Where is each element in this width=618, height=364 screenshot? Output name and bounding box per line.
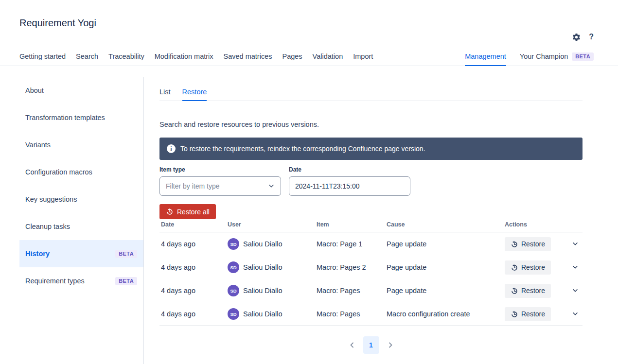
content-tabs: List Restore bbox=[159, 88, 583, 101]
sidebar-item-configuration-macros[interactable]: Configuration macros bbox=[19, 158, 143, 186]
item-type-label: Item type bbox=[159, 166, 281, 173]
sidebar-item-requirement-types[interactable]: Requirement types BETA bbox=[19, 267, 143, 295]
restore-description: Search and restore resources to previous… bbox=[159, 121, 583, 128]
sidebar-item-history[interactable]: History BETA bbox=[19, 240, 143, 267]
restore-button[interactable]: Restore bbox=[505, 237, 551, 251]
info-banner-text: To restore the requirements, reindex the… bbox=[180, 145, 425, 153]
restore-label: Restore bbox=[521, 263, 545, 271]
date-input[interactable] bbox=[289, 176, 410, 196]
sidebar-item-about[interactable]: About bbox=[19, 77, 143, 104]
user-name: Saliou Diallo bbox=[243, 263, 283, 271]
nav-tab-management[interactable]: Management bbox=[465, 52, 506, 66]
cell-cause: Page update bbox=[385, 263, 503, 271]
chevron-down-icon bbox=[268, 183, 275, 190]
sidebar-item-label: About bbox=[25, 87, 44, 94]
avatar: SD bbox=[228, 308, 239, 320]
table-row: 4 days ago SD Saliou Diallo Macro: Pages… bbox=[159, 256, 583, 279]
cell-date: 4 days ago bbox=[159, 310, 226, 318]
user-name: Saliou Diallo bbox=[243, 240, 283, 248]
nav-tab-getting-started[interactable]: Getting started bbox=[19, 52, 66, 66]
tab-restore[interactable]: Restore bbox=[182, 88, 207, 101]
sidebar-item-variants[interactable]: Variants bbox=[19, 131, 143, 158]
page-header: Requirement Yogi ? bbox=[0, 0, 618, 28]
nav-tab-pages[interactable]: Pages bbox=[282, 52, 302, 66]
nav-tab-import[interactable]: Import bbox=[353, 52, 373, 66]
avatar: SD bbox=[228, 285, 239, 296]
restore-all-label: Restore all bbox=[177, 208, 210, 216]
nav-left-group: Getting started Search Traceability Modi… bbox=[19, 52, 373, 66]
cell-user: SD Saliou Diallo bbox=[226, 308, 315, 320]
chevron-left-icon[interactable] bbox=[348, 341, 356, 349]
nav-tab-your-champion[interactable]: Your Champion BETA bbox=[520, 52, 594, 66]
nav-tab-validation[interactable]: Validation bbox=[313, 52, 343, 66]
cell-date: 4 days ago bbox=[159, 287, 226, 295]
table-row: 4 days ago SD Saliou Diallo Macro: Pages… bbox=[159, 279, 583, 302]
cell-user: SD Saliou Diallo bbox=[226, 238, 315, 250]
page-number-button[interactable]: 1 bbox=[363, 336, 379, 354]
restore-label: Restore bbox=[521, 240, 545, 248]
info-banner: i To restore the requirements, reindex t… bbox=[159, 138, 583, 160]
cell-item: Macro: Pages bbox=[315, 287, 385, 295]
history-icon bbox=[511, 311, 518, 318]
restore-button[interactable]: Restore bbox=[505, 284, 551, 298]
sidebar-item-label: Variants bbox=[25, 141, 51, 149]
cell-actions: Restore bbox=[503, 307, 583, 321]
sidebar-item-key-suggestions[interactable]: Key suggestions bbox=[19, 186, 143, 213]
nav-tab-saved-matrices[interactable]: Saved matrices bbox=[224, 52, 272, 66]
restore-label: Restore bbox=[521, 287, 545, 295]
beta-badge: BETA bbox=[572, 52, 594, 61]
cell-cause: Page update bbox=[385, 240, 503, 248]
sidebar-item-cleanup-tasks[interactable]: Cleanup tasks bbox=[19, 213, 143, 240]
beta-badge: BETA bbox=[115, 250, 137, 258]
sidebar-item-label: Key suggestions bbox=[25, 195, 77, 203]
nav-tab-modification-matrix[interactable]: Modification matrix bbox=[155, 52, 213, 66]
restore-button[interactable]: Restore bbox=[505, 260, 551, 275]
sidebar-item-label: History bbox=[25, 250, 50, 258]
cell-item: Macro: Pages bbox=[315, 310, 385, 318]
chevron-down-icon[interactable] bbox=[572, 264, 579, 271]
sidebar-item-label: Cleanup tasks bbox=[25, 223, 70, 230]
avatar: SD bbox=[228, 261, 239, 273]
chevron-down-icon[interactable] bbox=[572, 287, 579, 294]
cell-actions: Restore bbox=[503, 260, 583, 275]
sidebar-item-label: Configuration macros bbox=[25, 168, 92, 176]
cell-cause: Page update bbox=[385, 287, 503, 295]
restore-label: Restore bbox=[521, 310, 545, 318]
beta-badge: BETA bbox=[115, 277, 137, 285]
history-icon bbox=[511, 264, 518, 271]
sidebar: About Transformation templates Variants … bbox=[0, 77, 144, 364]
user-name: Saliou Diallo bbox=[243, 310, 283, 318]
pagination: 1 bbox=[159, 336, 583, 354]
cell-user: SD Saliou Diallo bbox=[226, 285, 315, 296]
cell-item: Macro: Pages 2 bbox=[315, 263, 385, 271]
info-icon: i bbox=[167, 144, 176, 153]
history-icon bbox=[511, 241, 518, 248]
chevron-down-icon[interactable] bbox=[572, 311, 579, 317]
avatar: SD bbox=[228, 238, 239, 250]
restore-all-button[interactable]: Restore all bbox=[159, 204, 216, 219]
table-header-row: Date User Item Cause Actions bbox=[159, 221, 583, 232]
nav-tab-your-champion-label: Your Champion bbox=[520, 52, 568, 60]
page-title: Requirement Yogi bbox=[19, 17, 599, 28]
history-table: Date User Item Cause Actions 4 days ago … bbox=[159, 221, 583, 326]
item-type-placeholder: Filter by item type bbox=[166, 182, 219, 190]
date-label: Date bbox=[289, 166, 410, 173]
chevron-down-icon[interactable] bbox=[572, 241, 579, 247]
sidebar-item-transformation-templates[interactable]: Transformation templates bbox=[19, 104, 143, 131]
item-type-select[interactable]: Filter by item type bbox=[159, 176, 281, 196]
tab-list[interactable]: List bbox=[159, 88, 171, 101]
nav-right-group: Management Your Champion BETA bbox=[465, 52, 594, 66]
column-header-item: Item bbox=[315, 221, 385, 232]
cell-actions: Restore bbox=[503, 284, 583, 298]
cell-item: Macro: Page 1 bbox=[315, 240, 385, 248]
chevron-right-icon[interactable] bbox=[387, 341, 394, 349]
restore-button[interactable]: Restore bbox=[505, 307, 551, 321]
nav-tab-traceability[interactable]: Traceability bbox=[108, 52, 144, 66]
column-header-date: Date bbox=[159, 221, 226, 232]
help-icon[interactable]: ? bbox=[589, 33, 594, 41]
nav-tab-search[interactable]: Search bbox=[76, 52, 98, 66]
date-field: Date bbox=[289, 166, 410, 196]
table-row: 4 days ago SD Saliou Diallo Macro: Page … bbox=[159, 232, 583, 256]
item-type-field: Item type Filter by item type bbox=[159, 166, 281, 196]
settings-gear-icon[interactable] bbox=[571, 32, 581, 42]
